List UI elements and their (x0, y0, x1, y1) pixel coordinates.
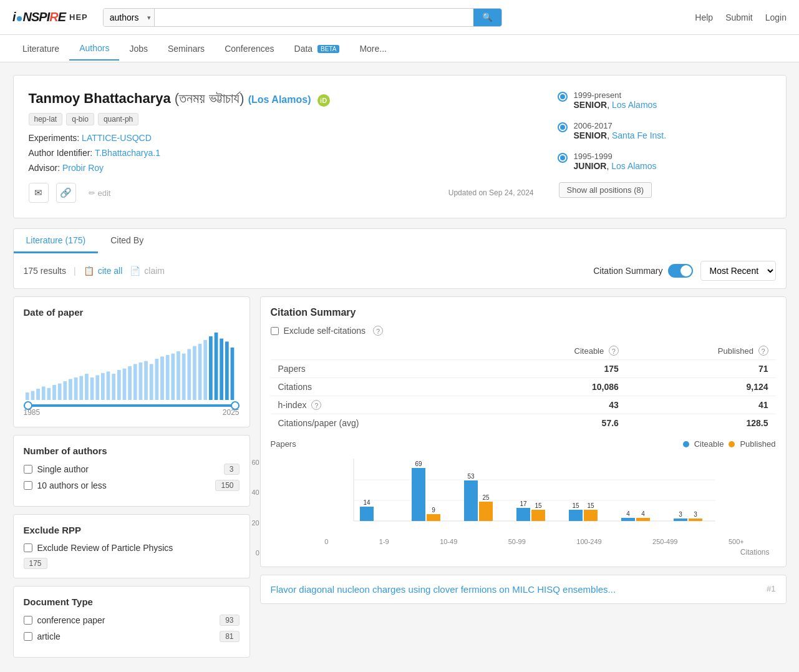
svg-rect-23 (149, 364, 153, 400)
doc-type-title: Document Type (24, 597, 240, 607)
bar-1-published[interactable] (427, 514, 440, 521)
identifier-link[interactable]: T.Bhattacharya.1 (95, 148, 160, 158)
author-card-inner: Tanmoy Bhattacharya (তনময় ভট্টাচার্য) (… (29, 90, 771, 203)
author-affiliation-link[interactable]: (Los Alamos) (248, 94, 311, 105)
help-link[interactable]: Help (695, 12, 713, 22)
bar-6-citeable[interactable] (674, 519, 687, 521)
article-checkbox[interactable] (24, 632, 32, 641)
bar-6-published[interactable] (689, 519, 702, 521)
paper-title-link[interactable]: Flavor diagonal nucleon charges using cl… (271, 584, 616, 595)
bar-4-published[interactable] (584, 510, 598, 521)
show-all-positions-button[interactable]: Show all positions (8) (559, 182, 652, 198)
ten-authors-count: 150 (215, 480, 239, 491)
cite-all-button[interactable]: 📋 cite all (84, 266, 123, 276)
bar-5-published[interactable] (636, 518, 650, 521)
login-link[interactable]: Login (765, 12, 787, 22)
col-header-citeable: Citeable ? (490, 342, 626, 360)
slider-left-thumb[interactable] (24, 401, 32, 410)
bar-2-published[interactable] (479, 502, 493, 521)
conference-paper-filter: conference paper 93 (24, 615, 240, 626)
chart-wrapper: 60 40 20 0 (271, 459, 776, 557)
hindex-published: 41 (626, 396, 776, 414)
single-author-checkbox[interactable] (24, 465, 32, 474)
nav-data[interactable]: Data BETA (284, 37, 350, 60)
logo-dot (17, 16, 22, 21)
svg-text:15: 15 (587, 502, 594, 509)
results-count: 175 results (24, 266, 66, 276)
svg-text:25: 25 (482, 494, 490, 501)
bar-3-published[interactable] (531, 510, 545, 521)
svg-rect-9 (74, 377, 77, 400)
timeline-content-2: 2006-2017 SENIOR, Santa Fe Inst. (574, 121, 667, 140)
bar-5-citeable[interactable] (621, 518, 635, 521)
search-input[interactable] (155, 9, 473, 26)
nav-literature[interactable]: Literature (12, 37, 69, 60)
nav-seminars[interactable]: Seminars (158, 37, 215, 60)
bar-3-citeable[interactable] (516, 508, 530, 521)
nav-authors[interactable]: Authors (69, 37, 119, 61)
svg-text:4: 4 (626, 510, 630, 517)
logo[interactable]: iNSPIRE HEP (12, 10, 88, 24)
papers-published: 71 (626, 360, 776, 378)
nav-conferences[interactable]: Conferences (215, 37, 284, 60)
ten-authors-checkbox[interactable] (24, 481, 32, 490)
bar-2-citeable[interactable] (464, 480, 478, 521)
citation-summary-toggle-switch[interactable] (668, 264, 693, 278)
svg-rect-22 (144, 361, 148, 400)
number-of-authors-section: Number of authors Single author 3 10 aut… (13, 435, 250, 507)
timeline-position-3: JUNIOR, Los Alamos (574, 161, 657, 171)
author-right: 1999-present SENIOR, Los Alamos 2006-201… (559, 90, 771, 203)
search-category-select[interactable]: authors (104, 9, 155, 26)
single-author-count: 3 (224, 464, 240, 475)
hindex-help-icon[interactable]: ? (311, 400, 321, 410)
svg-rect-35 (214, 333, 218, 400)
svg-rect-19 (128, 366, 132, 400)
claim-button[interactable]: 📄 claim (130, 266, 165, 276)
citation-table-header-row: Citeable ? Published ? (271, 342, 776, 360)
exclude-self-checkbox[interactable] (271, 327, 279, 335)
slider-right-thumb[interactable] (231, 401, 240, 410)
edit-icon: ✏ (89, 188, 95, 198)
y-label-0: 0 (252, 549, 259, 557)
advisor-link[interactable]: Probir Roy (62, 163, 104, 173)
nav-more[interactable]: More... (349, 37, 397, 60)
submit-link[interactable]: Submit (725, 12, 753, 22)
svg-rect-3 (41, 386, 45, 400)
timeline-place-2[interactable]: Santa Fe Inst. (612, 130, 666, 140)
tag-q-bio[interactable]: q-bio (66, 113, 94, 125)
orcid-badge[interactable]: iD (317, 94, 330, 107)
conference-paper-checkbox[interactable] (24, 616, 32, 625)
link-action[interactable]: 🔗 (56, 183, 76, 203)
svg-rect-17 (117, 370, 120, 400)
tab-literature[interactable]: Literature (175) (14, 229, 99, 253)
edit-button[interactable]: ✏ edit (84, 186, 116, 200)
svg-rect-34 (208, 336, 212, 400)
bar-1-citeable[interactable] (412, 468, 425, 521)
timeline-place-3[interactable]: Los Alamos (611, 161, 656, 171)
citations-label-cell: Citations (271, 378, 490, 396)
exclude-self-help-icon[interactable]: ? (373, 326, 383, 336)
search-button[interactable]: 🔍 (473, 9, 501, 26)
bar-0-citeable[interactable] (360, 507, 374, 521)
rpp-checkbox[interactable] (24, 543, 32, 552)
tag-quant-ph[interactable]: quant-ph (98, 113, 138, 125)
ten-authors-label: 10 authors or less (37, 480, 107, 490)
bar-4-citeable[interactable] (569, 510, 583, 521)
sort-dropdown[interactable]: Most Recent Most Cited Oldest First (700, 261, 776, 281)
citeable-help-icon[interactable]: ? (609, 346, 619, 356)
bar-chart-area: Papers Citeable Published 60 40 20 0 (271, 432, 776, 557)
edit-label: edit (98, 188, 111, 198)
timeline-position-1: SENIOR, Los Alamos (574, 100, 657, 110)
x-label-1-9: 1-9 (379, 538, 389, 545)
citation-table-body: Papers 175 71 Citations 10,086 9,124 h-i… (271, 360, 776, 432)
svg-text:15: 15 (572, 502, 579, 509)
timeline-place-1[interactable]: Los Alamos (612, 100, 657, 110)
published-help-icon[interactable]: ? (758, 346, 768, 356)
email-action[interactable]: ✉ (29, 183, 49, 203)
col-header-label (271, 342, 490, 360)
tag-hep-lat[interactable]: hep-lat (29, 113, 63, 125)
tab-cited-by[interactable]: Cited By (98, 229, 156, 253)
nav-jobs[interactable]: Jobs (119, 37, 158, 60)
experiments-link[interactable]: LATTICE-USQCD (82, 133, 152, 143)
author-identifier: Author Identifier: T.Bhattacharya.1 (29, 148, 534, 158)
